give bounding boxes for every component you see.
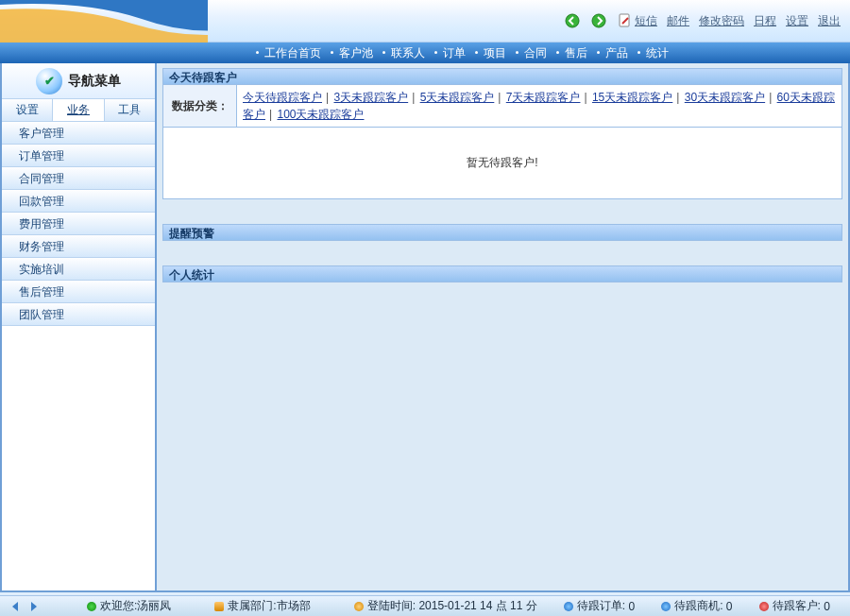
status-dot-icon <box>87 602 96 611</box>
welcome-user: 汤丽凤 <box>137 598 171 614</box>
sidebar-item-team[interactable]: 团队管理 <box>2 303 155 326</box>
top-link-settings[interactable]: 设置 <box>786 13 808 29</box>
section-reminder: 提醒预警 <box>162 224 842 241</box>
dept-icon <box>214 602 224 611</box>
nav-stop-icon[interactable] <box>618 13 633 28</box>
nav-forward-icon[interactable] <box>591 13 606 28</box>
filter-today[interactable]: 今天待跟踪客户 <box>243 91 322 104</box>
menu-products[interactable]: 产品 <box>605 45 628 61</box>
sidebar-item-customer[interactable]: 客户管理 <box>2 122 155 145</box>
filter-5day[interactable]: 5天未跟踪客户 <box>420 91 495 104</box>
tab-tools[interactable]: 工具 <box>105 99 155 121</box>
svg-point-0 <box>566 14 579 27</box>
sidebar: ✔ 导航菜单 设置 业务 工具 客户管理 订单管理 合同管理 回款管理 费用管理… <box>2 63 157 590</box>
menu-custpool[interactable]: 客户池 <box>339 45 373 61</box>
welcome-label: 欢迎您: <box>100 598 137 614</box>
today-follow-empty: 暂无待跟客户! <box>162 128 842 199</box>
filter-100day[interactable]: 100天未跟踪客户 <box>277 108 364 121</box>
pending-opps-label: 待跟商机: <box>674 598 722 614</box>
section-personal-stats: 个人统计 <box>162 265 842 282</box>
top-link-exit[interactable]: 退出 <box>818 13 841 29</box>
order-icon <box>564 602 573 611</box>
menu-contacts[interactable]: 联系人 <box>391 45 425 61</box>
svg-rect-2 <box>620 14 629 26</box>
tab-settings[interactable]: 设置 <box>2 99 53 121</box>
history-arrows <box>0 600 49 613</box>
sidebar-tabs: 设置 业务 工具 <box>2 99 155 122</box>
login-time: 2015-01-21 14 点 11 分 <box>418 598 536 614</box>
opp-icon <box>661 602 671 611</box>
main-menu: 工作台首页 客户池 联系人 订单 项目 合同 售后 产品 统计 <box>0 43 850 63</box>
dept-value: 市场部 <box>277 598 311 614</box>
sidebar-item-payment[interactable]: 回款管理 <box>2 190 155 213</box>
filter-3day[interactable]: 3天未跟踪客户 <box>333 91 408 104</box>
menu-aftersale[interactable]: 售后 <box>565 45 587 61</box>
svg-point-1 <box>592 14 605 27</box>
logo-swoosh <box>0 0 208 43</box>
dept-label: 隶属部门: <box>228 598 276 614</box>
sidebar-logo: ✔ 导航菜单 <box>2 63 155 99</box>
top-links: 短信 邮件 修改密码 日程 设置 退出 <box>635 13 841 29</box>
top-icons <box>565 13 633 28</box>
app-icon: ✔ <box>36 68 62 94</box>
top-link-pwd[interactable]: 修改密码 <box>699 13 744 29</box>
history-back-icon[interactable] <box>9 600 23 613</box>
menu-stats[interactable]: 统计 <box>646 45 669 61</box>
filter-30day[interactable]: 30天未跟踪客户 <box>685 91 765 104</box>
top-banner: 短信 邮件 修改密码 日程 设置 退出 <box>0 0 850 43</box>
sidebar-item-aftersale[interactable]: 售后管理 <box>2 281 155 303</box>
top-link-sched[interactable]: 日程 <box>754 13 776 29</box>
status-bar: 欢迎您: 汤丽凤 隶属部门: 市场部 登陆时间: 2015-01-21 14 点… <box>0 595 850 616</box>
sidebar-title: 导航菜单 <box>68 73 121 90</box>
pending-orders: 0 <box>628 600 635 613</box>
section-today-follow: 今天待跟客户 <box>162 68 842 85</box>
menu-projects[interactable]: 项目 <box>484 45 506 61</box>
login-label: 登陆时间: <box>367 598 416 614</box>
pending-orders-label: 待跟订单: <box>577 598 625 614</box>
sidebar-item-training[interactable]: 实施培训 <box>2 258 155 281</box>
sidebar-item-order[interactable]: 订单管理 <box>2 145 155 167</box>
filter-7day[interactable]: 7天未跟踪客户 <box>506 91 581 104</box>
tab-business[interactable]: 业务 <box>53 99 104 121</box>
nav-back-icon[interactable] <box>565 13 580 28</box>
pending-cust: 0 <box>824 600 830 613</box>
filter-15day[interactable]: 15天未跟踪客户 <box>592 91 672 104</box>
main-content: 今天待跟客户 数据分类： 今天待跟踪客户| 3天未跟踪客户| 5天未跟踪客户| … <box>157 63 848 590</box>
clock-icon <box>354 602 364 611</box>
cust-icon <box>759 602 769 611</box>
top-link-mail[interactable]: 邮件 <box>667 13 689 29</box>
history-forward-icon[interactable] <box>26 600 40 613</box>
sidebar-item-finance[interactable]: 财务管理 <box>2 235 155 258</box>
pending-cust-label: 待跟客户: <box>773 598 821 614</box>
top-link-sms[interactable]: 短信 <box>635 13 657 29</box>
filter-links: 今天待跟踪客户| 3天未跟踪客户| 5天未跟踪客户| 7天未跟踪客户| 15天未… <box>237 85 842 127</box>
menu-contracts[interactable]: 合同 <box>524 45 547 61</box>
sidebar-item-expense[interactable]: 费用管理 <box>2 213 155 235</box>
filter-box: 数据分类： 今天待跟踪客户| 3天未跟踪客户| 5天未跟踪客户| 7天未跟踪客户… <box>162 85 842 128</box>
menu-orders[interactable]: 订单 <box>443 45 466 61</box>
menu-home[interactable]: 工作台首页 <box>264 45 321 61</box>
sidebar-item-contract[interactable]: 合同管理 <box>2 167 155 190</box>
sidebar-list: 客户管理 订单管理 合同管理 回款管理 费用管理 财务管理 实施培训 售后管理 … <box>2 122 155 590</box>
pending-opps: 0 <box>726 600 733 613</box>
filter-label: 数据分类： <box>163 85 237 127</box>
